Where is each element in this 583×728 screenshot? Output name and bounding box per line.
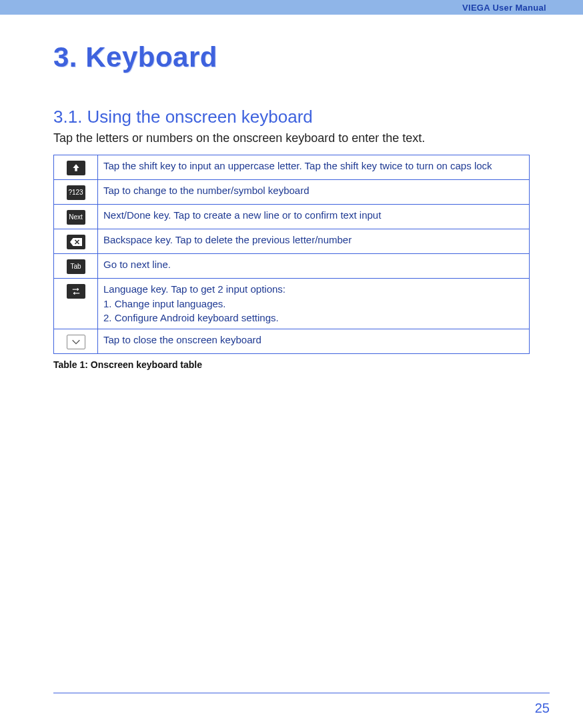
row-desc: Go to next line. (103, 259, 171, 270)
next-icon: Next (67, 210, 85, 225)
page: VIEGA User Manual 3. Keyboard 3.1. Using… (0, 0, 583, 728)
header-title: VIEGA User Manual (462, 3, 546, 13)
desc-cell: Backspace key. Tap to delete the previou… (98, 229, 530, 254)
desc-cell: Tap to change to the number/symbol keybo… (98, 180, 530, 205)
icon-cell: Tab (54, 254, 98, 279)
table-row: Language key. Tap to get 2 input options… (54, 279, 530, 329)
icon-cell (54, 279, 98, 329)
desc-cell: Next/Done key. Tap to create a new line … (98, 205, 530, 229)
backspace-icon (67, 235, 85, 249)
row-desc: Tap the shift key to input an uppercase … (103, 160, 492, 171)
desc-cell: Go to next line. (98, 254, 530, 279)
header-bar: VIEGA User Manual (0, 0, 583, 15)
icon-cell: ?123 (54, 180, 98, 205)
section-intro: Tap the letters or numbers on the onscre… (53, 131, 530, 145)
row-desc: Next/Done key. Tap to create a new line … (103, 209, 381, 221)
row-desc: Tap to change to the number/symbol keybo… (103, 185, 310, 196)
shift-icon (67, 161, 85, 175)
table-row: Tap the shift key to input an uppercase … (54, 155, 530, 180)
icon-cell (54, 329, 98, 353)
table-row: ?123 Tap to change to the number/symbol … (54, 180, 530, 205)
keyboard-table: Tap the shift key to input an uppercase … (53, 155, 530, 354)
row-sub: 1. Change input languages. (103, 297, 524, 311)
table-row: Tab Go to next line. (54, 254, 530, 279)
page-number: 25 (535, 701, 550, 716)
row-desc: Language key. Tap to get 2 input options… (103, 283, 285, 295)
chapter-heading: 3. Keyboard (53, 41, 530, 73)
row-desc: Tap to close the onscreen keyboard (103, 334, 261, 345)
desc-cell: Tap to close the onscreen keyboard (98, 329, 530, 353)
footer-rule (53, 693, 550, 693)
section-heading: 3.1. Using the onscreen keyboard (53, 107, 530, 127)
row-sub: 2. Configure Android keyboard settings. (103, 311, 524, 325)
desc-cell: Tap the shift key to input an uppercase … (98, 155, 530, 180)
table-row: Tap to close the onscreen keyboard (54, 329, 530, 353)
table-row: Backspace key. Tap to delete the previou… (54, 229, 530, 254)
icon-cell: Next (54, 205, 98, 229)
desc-cell: Language key. Tap to get 2 input options… (98, 279, 530, 329)
row-desc: Backspace key. Tap to delete the previou… (103, 234, 352, 245)
icon-cell (54, 229, 98, 254)
table-row: Next Next/Done key. Tap to create a new … (54, 205, 530, 229)
icon-cell (54, 155, 98, 180)
language-icon (67, 284, 85, 299)
content-area: 3. Keyboard 3.1. Using the onscreen keyb… (0, 15, 583, 370)
num-sym-icon: ?123 (67, 185, 85, 200)
table-caption: Table 1: Onscreen keyboard table (53, 359, 530, 370)
close-kb-icon (67, 335, 85, 349)
tab-icon: Tab (67, 259, 85, 274)
